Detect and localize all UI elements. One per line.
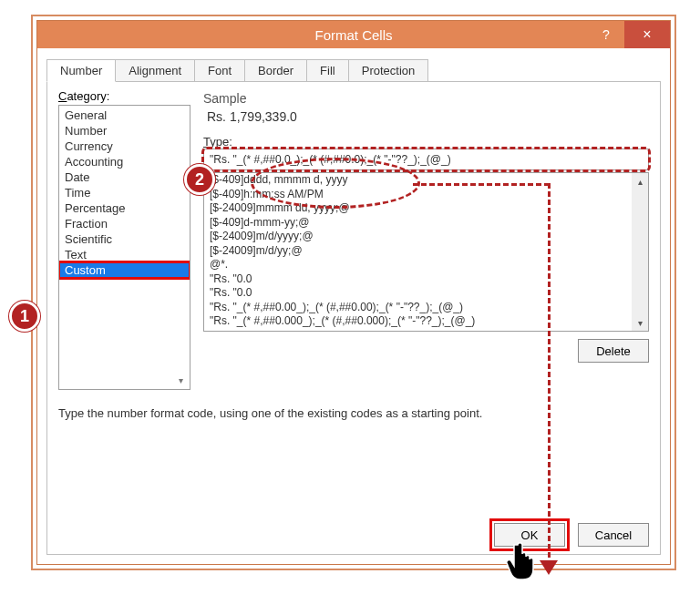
list-item[interactable]: "Rs. "0.0	[208, 272, 628, 287]
tab-strip: Number Alignment Font Border Fill Protec…	[46, 59, 661, 82]
sample-value: Rs. 1,799,339.0	[203, 106, 649, 131]
category-item-number[interactable]: Number	[59, 123, 190, 138]
titlebar-controls: ? ×	[588, 21, 670, 48]
tab-border[interactable]: Border	[244, 59, 307, 82]
category-item-fraction[interactable]: Fraction	[59, 216, 190, 231]
category-item-currency[interactable]: Currency	[59, 138, 190, 154]
annotation-arrow-horizontal	[413, 183, 550, 186]
annotation-arrow-vertical	[548, 183, 551, 566]
tab-font[interactable]: Font	[194, 59, 245, 82]
annotation-badge-1: 1	[9, 301, 40, 332]
titlebar: Format Cells ? ×	[37, 21, 670, 48]
list-item[interactable]: "Rs. "_(* #,##0.00_);_(* (#,##0.00);_(* …	[208, 301, 628, 315]
category-item-time[interactable]: Time	[59, 185, 190, 200]
delete-button[interactable]: Delete	[578, 339, 649, 363]
type-label: Type:	[203, 135, 649, 149]
cancel-button[interactable]: Cancel	[578, 523, 649, 547]
sample-label: Sample	[203, 91, 649, 106]
scrollbar[interactable]: ▴ ▾	[632, 173, 648, 331]
window-frame: Format Cells ? × Number Alignment Font B…	[31, 15, 676, 570]
tab-fill[interactable]: Fill	[306, 59, 349, 82]
category-item-percentage[interactable]: Percentage	[59, 200, 190, 216]
category-item-accounting[interactable]: Accounting	[59, 154, 190, 169]
format-code-listbox[interactable]: [$-409]dddd, mmmm d, yyyy [$-409]h:mm:ss…	[203, 172, 649, 332]
list-item[interactable]: [$-24009]mmmm dd, yyyy;@	[208, 201, 628, 216]
close-button[interactable]: ×	[624, 21, 670, 48]
tab-alignment[interactable]: Alignment	[115, 59, 195, 82]
window-title: Format Cells	[314, 27, 392, 43]
help-button[interactable]: ?	[588, 21, 624, 48]
dialog-body: Number Alignment Font Border Fill Protec…	[37, 48, 670, 564]
tab-number[interactable]: Number	[46, 59, 116, 82]
list-item[interactable]: [$-24009]m/d/yyyy;@	[208, 230, 628, 244]
list-item[interactable]: "Rs. "_(* #,##0.000_);_(* (#,##0.000);_(…	[208, 314, 628, 329]
category-label: Category:	[58, 89, 190, 103]
category-item-scientific[interactable]: Scientific	[59, 231, 190, 247]
type-input[interactable]	[203, 149, 649, 170]
list-item[interactable]: "Rs. "0.0	[208, 286, 628, 301]
category-listbox[interactable]: General Number Currency Accounting Date …	[58, 105, 190, 390]
chevron-down-icon[interactable]: ▾	[174, 374, 188, 387]
list-item[interactable]: [$-409]h:mm:ss AM/PM	[208, 188, 628, 202]
format-cells-dialog: Format Cells ? × Number Alignment Font B…	[36, 20, 671, 565]
category-item-date[interactable]: Date	[59, 169, 190, 185]
list-item[interactable]: @*.	[208, 258, 628, 272]
tab-panel-number: Category: General Number Currency Accoun…	[46, 82, 661, 555]
category-item-general[interactable]: General	[59, 108, 190, 123]
annotation-badge-2: 2	[184, 164, 215, 195]
scroll-up-icon[interactable]: ▴	[632, 173, 648, 190]
list-item[interactable]: [$-409]d-mmm-yy;@	[208, 216, 628, 231]
annotation-arrow-head	[540, 560, 558, 575]
cursor-hand-icon	[505, 539, 540, 581]
hint-text: Type the number format code, using one o…	[58, 406, 649, 420]
list-item[interactable]: [$-24009]m/d/yy;@	[208, 244, 628, 259]
category-item-text[interactable]: Text	[59, 247, 190, 262]
scroll-down-icon[interactable]: ▾	[632, 314, 648, 331]
tab-protection[interactable]: Protection	[348, 59, 429, 82]
category-item-custom[interactable]: Custom	[59, 262, 190, 278]
